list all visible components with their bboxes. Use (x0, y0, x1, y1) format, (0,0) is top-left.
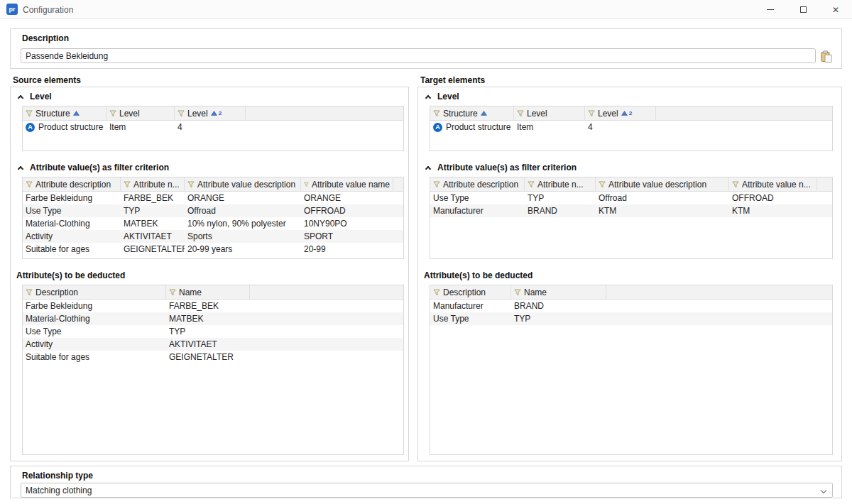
filter-icon[interactable] (109, 110, 116, 117)
cell: TYP (511, 312, 606, 325)
filter-icon[interactable] (514, 289, 521, 296)
collapse-button[interactable] (424, 93, 432, 101)
description-panel: Description (10, 28, 842, 69)
cell: KTM (729, 204, 817, 217)
column-header-label: Attribute n... (537, 180, 584, 190)
column-header-label: Attribute n... (133, 180, 180, 190)
filter-icon[interactable] (187, 181, 195, 188)
column-header-level-2[interactable]: Level 2 (585, 106, 656, 120)
table-row[interactable]: Activity AKTIVITAET (23, 338, 403, 351)
close-button[interactable]: ✕ (819, 0, 852, 19)
paste-button[interactable] (819, 48, 834, 64)
table-row[interactable]: Farbe Bekleidung FARBE_BEK ORANGE ORANGE (23, 192, 403, 204)
table-header-row: Attribute description Attribute n... Att… (23, 177, 403, 192)
cell: 10NY90PO (301, 217, 393, 230)
column-header-label: Attribute value description (197, 180, 295, 190)
cell-text: Product structure (38, 121, 103, 134)
column-header-level[interactable]: Level (514, 106, 585, 120)
column-header-filler (656, 106, 832, 120)
collapse-button[interactable] (424, 164, 432, 172)
relationship-type-label: Relationship type (22, 471, 93, 481)
column-header-attribute-value-description[interactable]: Attribute value description (596, 177, 729, 191)
filter-icon[interactable] (588, 110, 595, 117)
filter-icon[interactable] (517, 110, 524, 117)
cell: MATBEK (166, 312, 250, 325)
table-row[interactable]: Suitable for ages GEIGNETALTER 20-99 yea… (23, 243, 403, 256)
column-header-label: Level (598, 109, 618, 119)
column-header-description[interactable]: Description (23, 285, 166, 299)
cell: Material-Clothing (23, 312, 166, 325)
cell: Use Type (23, 204, 121, 217)
cell: Offroad (185, 204, 301, 217)
column-header-attribute-value-description[interactable]: Attribute value description (185, 177, 301, 191)
cell-level-number: 4 (175, 121, 246, 134)
column-header-attribute-value-name[interactable]: Attribute value name (301, 177, 393, 191)
table-row[interactable]: Manufacturer BRAND (430, 300, 832, 312)
chevron-down-icon (821, 488, 826, 493)
table-row[interactable]: A Product structure Item 4 (430, 121, 832, 134)
minimize-button[interactable] (754, 0, 787, 19)
column-header-label: Attribute value name (312, 180, 390, 190)
table-row[interactable]: Activity AKTIVITAET Sports SPORT (23, 230, 403, 243)
column-header-level[interactable]: Level (106, 106, 175, 120)
table-row[interactable]: Manufacturer BRAND KTM KTM (430, 204, 832, 217)
table-row[interactable]: A Product structure Item 4 (23, 121, 403, 134)
column-header-level-2[interactable]: Level 2 (175, 106, 246, 120)
cell: Farbe Bekleidung (23, 300, 166, 312)
filter-icon[interactable] (732, 181, 739, 188)
filter-icon[interactable] (599, 181, 606, 188)
column-header-structure[interactable]: Structure (430, 106, 514, 120)
column-header-name[interactable]: Name (166, 285, 250, 299)
cell: GEIGNETALTER (121, 243, 185, 256)
filter-icon[interactable] (433, 181, 440, 188)
description-input[interactable] (21, 48, 816, 63)
column-header-attribute-value-name[interactable]: Attribute value n... (729, 177, 817, 191)
table-row[interactable]: Farbe Bekleidung FARBE_BEK (23, 300, 403, 312)
column-header-label: Level (527, 109, 547, 119)
structure-type-icon: A (26, 123, 35, 132)
filter-icon[interactable] (26, 181, 33, 188)
collapse-button[interactable] (16, 164, 24, 172)
column-header-label: Structure (443, 109, 478, 119)
cell: Suitable for ages (23, 351, 166, 363)
column-header-name[interactable]: Name (511, 285, 606, 299)
filter-icon[interactable] (169, 289, 176, 296)
cell: OFFROAD (729, 192, 817, 204)
titlebar: pr Configuration ✕ (0, 0, 852, 19)
table-row[interactable]: Material-Clothing MATBEK (23, 312, 403, 325)
table-row[interactable]: Use Type TYP Offroad OFFROAD (23, 204, 403, 217)
filter-icon[interactable] (304, 181, 309, 188)
column-header-attribute-description[interactable]: Attribute description (23, 177, 121, 191)
table-row[interactable]: Use Type TYP (23, 325, 403, 338)
column-header-attribute-description[interactable]: Attribute description (430, 177, 525, 191)
column-header-label: Level (119, 109, 140, 119)
cell: Use Type (430, 192, 525, 204)
cell: 20-99 years (185, 243, 301, 256)
filter-icon[interactable] (433, 110, 440, 117)
table-row[interactable]: Suitable for ages GEIGNETALTER (23, 351, 403, 363)
clipboard-icon (821, 50, 832, 62)
column-header-attribute-name[interactable]: Attribute n... (525, 177, 596, 191)
column-header-label: Level (187, 109, 208, 119)
column-header-attribute-name[interactable]: Attribute n... (121, 177, 185, 191)
source-level-section-header: Level (16, 92, 52, 102)
table-row[interactable]: Use Type TYP (430, 312, 832, 325)
collapse-button[interactable] (16, 93, 24, 101)
filter-icon[interactable] (26, 289, 33, 296)
cell: Farbe Bekleidung (23, 192, 121, 204)
filter-icon[interactable] (433, 289, 440, 296)
filter-icon[interactable] (26, 110, 33, 117)
table-row[interactable]: Material-Clothing MATBEK 10% nylon, 90% … (23, 217, 403, 230)
table-row[interactable]: Use Type TYP Offroad OFFROAD (430, 192, 832, 204)
filter-icon[interactable] (124, 181, 131, 188)
relationship-type-select[interactable]: Matching clothing (21, 483, 833, 498)
filter-icon[interactable] (528, 181, 535, 188)
chevron-up-icon (17, 94, 23, 100)
sort-asc-icon (621, 111, 628, 116)
cell: FARBE_BEK (166, 300, 250, 312)
chevron-up-icon (425, 94, 430, 100)
column-header-description[interactable]: Description (430, 285, 511, 299)
maximize-button[interactable] (787, 0, 819, 19)
column-header-structure[interactable]: Structure (23, 106, 106, 120)
filter-icon[interactable] (178, 110, 185, 117)
